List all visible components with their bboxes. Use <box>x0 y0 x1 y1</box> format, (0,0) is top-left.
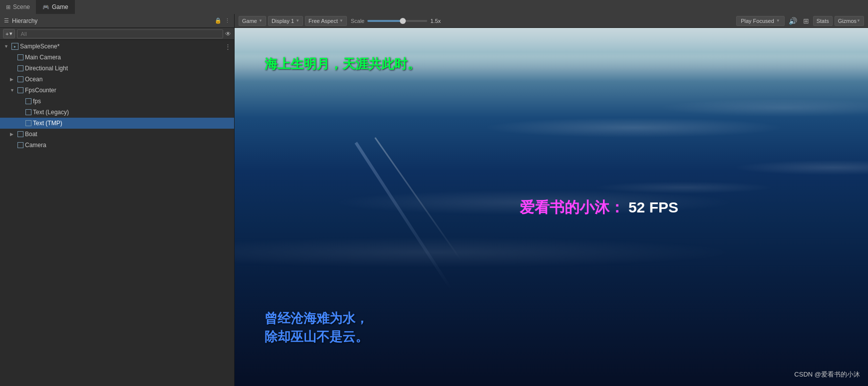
scene-root-arrow <box>4 44 10 49</box>
tree-item-main-camera[interactable]: Main Camera <box>0 52 234 63</box>
scene-root-label: SampleScene* <box>20 43 59 50</box>
display-dropdown-label: Display 1 <box>272 18 294 24</box>
text-tmp-icon <box>25 120 31 126</box>
tree-item-text-legacy[interactable]: Text (Legacy) <box>0 107 234 118</box>
camera-icon <box>17 142 23 148</box>
fps-label: fps <box>33 98 41 105</box>
main-camera-label: Main Camera <box>25 54 61 61</box>
game-viewport[interactable]: 海上生明月，天涯共此时。 爱看书的小沐： 52 FPS 曾经沧海难为水， 除却巫… <box>235 28 868 386</box>
tab-scene[interactable]: ⊞ Scene <box>0 0 36 14</box>
ocean-icon <box>17 76 23 82</box>
game-panel: Game ▼ Display 1 ▼ Free Aspect ▼ Scale 1… <box>235 14 868 386</box>
game-dropdown[interactable]: Game ▼ <box>239 16 266 26</box>
hierarchy-tree: ▸ SampleScene* ⋮ Main Camera Directional… <box>0 40 234 386</box>
game-tab-label: Game <box>52 3 68 10</box>
fps-display-value: 52 FPS <box>628 199 678 216</box>
boat-label: Boat <box>25 131 37 138</box>
main-area: ☰ Hierarchy 🔒 ⋮ + ▾ 👁 ▸ SampleScene* ⋮ <box>0 14 868 386</box>
text-tmp-label: Text (TMP) <box>33 120 62 127</box>
gizmos-button[interactable]: Gizmos ▼ <box>835 16 864 26</box>
directional-light-icon <box>17 65 23 71</box>
text-legacy-icon <box>25 109 31 115</box>
fps-counter-arrow <box>10 88 16 93</box>
hierarchy-lock-icon[interactable]: 🔒 <box>215 17 222 24</box>
scene-root-icon: ▸ <box>11 43 18 50</box>
fps-icon <box>25 98 31 104</box>
display-dropdown-chevron: ▼ <box>295 18 299 23</box>
game-text-bottom-line1: 曾经沧海难为水， <box>265 310 368 328</box>
scene-tab-icon: ⊞ <box>6 4 10 10</box>
scene-root-menu[interactable]: ⋮ <box>225 43 231 50</box>
main-camera-icon <box>17 54 23 60</box>
tree-item-boat[interactable]: Boat <box>0 129 234 140</box>
top-tab-bar: ⊞ Scene 🎮 Game <box>0 0 868 14</box>
add-chevron: ▾ <box>9 30 12 37</box>
aspect-dropdown-chevron: ▼ <box>339 18 343 23</box>
game-dropdown-label: Game <box>242 18 257 24</box>
boat-icon <box>17 131 23 137</box>
stats-button[interactable]: Stats <box>813 16 833 26</box>
scale-label: Scale <box>351 18 365 24</box>
play-focused-label: Play Focused <box>741 18 774 24</box>
hierarchy-panel: ☰ Hierarchy 🔒 ⋮ + ▾ 👁 ▸ SampleScene* ⋮ <box>0 14 235 386</box>
game-dropdown-chevron: ▼ <box>259 18 263 23</box>
fps-counter-icon <box>17 87 23 93</box>
play-focused-button[interactable]: Play Focused ▼ <box>736 16 785 26</box>
stats-label: Stats <box>817 18 829 24</box>
tab-game[interactable]: 🎮 Game <box>36 0 75 14</box>
directional-light-label: Directional Light <box>25 65 68 72</box>
mute-icon[interactable]: 🔊 <box>787 17 799 25</box>
tree-item-camera[interactable]: Camera <box>0 140 234 151</box>
game-tab-icon: 🎮 <box>42 4 49 10</box>
add-icon: + <box>5 31 8 37</box>
boat-arrow <box>10 132 16 137</box>
scene-root-item[interactable]: ▸ SampleScene* ⋮ <box>0 41 234 52</box>
tree-item-text-tmp[interactable]: Text (TMP) <box>0 118 234 129</box>
scale-slider[interactable] <box>367 20 427 22</box>
game-text-bottom: 曾经沧海难为水， 除却巫山不是云。 <box>265 310 368 346</box>
game-toolbar: Game ▼ Display 1 ▼ Free Aspect ▼ Scale 1… <box>235 14 868 28</box>
game-text-bottom-line2: 除却巫山不是云。 <box>265 328 368 346</box>
gizmos-chevron: ▼ <box>857 18 861 23</box>
fps-display-label: 爱看书的小沐： <box>520 197 624 218</box>
display-dropdown[interactable]: Display 1 ▼ <box>268 16 303 26</box>
hierarchy-header: ☰ Hierarchy 🔒 ⋮ <box>0 14 234 28</box>
hierarchy-search-input[interactable] <box>17 29 223 38</box>
play-focused-chevron: ▼ <box>776 18 780 23</box>
eye-icon[interactable]: 👁 <box>225 30 231 37</box>
hierarchy-toolbar: + ▾ 👁 <box>0 28 234 40</box>
scale-value: 1.5x <box>430 18 444 24</box>
ocean-label: Ocean <box>25 76 42 83</box>
tree-item-directional-light[interactable]: Directional Light <box>0 63 234 74</box>
gizmos-label: Gizmos <box>838 18 857 24</box>
scene-tab-label: Scene <box>13 3 30 10</box>
text-legacy-label: Text (Legacy) <box>33 109 69 116</box>
hierarchy-more-icon[interactable]: ⋮ <box>225 17 230 24</box>
tree-item-fps[interactable]: fps <box>0 96 234 107</box>
fps-counter-label: FpsCounter <box>25 87 56 94</box>
tree-item-fps-counter[interactable]: FpsCounter <box>0 85 234 96</box>
tree-item-ocean[interactable]: Ocean <box>0 74 234 85</box>
game-text-top: 海上生明月，天涯共此时。 <box>265 55 420 73</box>
aspect-dropdown-label: Free Aspect <box>308 18 338 24</box>
aspect-dropdown[interactable]: Free Aspect ▼ <box>305 16 347 26</box>
ocean-arrow <box>10 77 16 82</box>
watermark: CSDN @爱看书的小沐 <box>794 370 860 379</box>
add-button[interactable]: + ▾ <box>3 29 15 38</box>
scale-container: Scale 1.5x <box>351 18 445 24</box>
maximize-icon[interactable]: ⊞ <box>801 17 811 25</box>
hierarchy-menu-icon[interactable]: ☰ <box>4 17 9 24</box>
camera-label: Camera <box>25 142 46 149</box>
hierarchy-title: Hierarchy <box>12 17 212 24</box>
fps-display: 爱看书的小沐： 52 FPS <box>520 197 678 218</box>
